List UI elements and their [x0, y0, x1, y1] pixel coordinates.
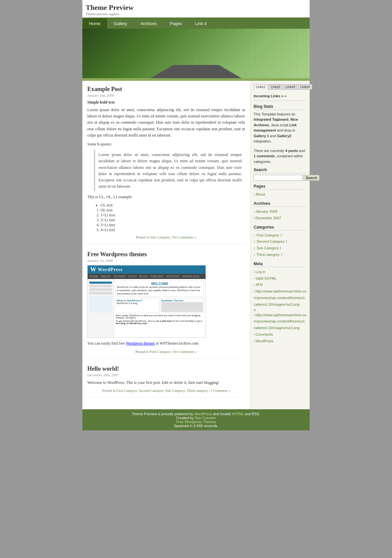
post-body-wp: You can easily find free Wordpress theme… — [87, 340, 245, 347]
wp-logo-text: WordPress — [98, 267, 123, 272]
post-blockquote: Lorem ipsum dolor sit amet, consectetur … — [94, 150, 245, 191]
nav-item-gallery[interactable]: Gallery — [107, 18, 134, 29]
post-title-wp: Free Wordpress themes — [87, 251, 245, 258]
pages-title: Pages — [254, 184, 306, 190]
ol-item-4: 4>Li text — [100, 228, 245, 232]
post-example: Example Post January 2nd, 2008 Simple bo… — [87, 86, 245, 244]
wp-welcome-box: WELCOME WordPress is a state-of-the-art … — [116, 281, 204, 296]
incoming-links-widget: Incoming Links » — [254, 93, 306, 101]
list-label: This is UL, OL, LI example: — [87, 194, 245, 200]
post-title-hello: Hello world! — [87, 365, 245, 372]
wp-nav-bar: HOME ABOUT EXTEND DOCS BLOG FORUMS HOSTI… — [88, 274, 206, 279]
meta-link-rss1[interactable]: http://www.wpthemesarchive.com/preview/w… — [254, 288, 306, 308]
wp-inner-image — [89, 296, 112, 313]
nav-link-archives[interactable]: Archives — [134, 18, 163, 29]
cat-link-sub[interactable]: Sub Category — [165, 388, 185, 392]
meta-link-comments[interactable]: Comments — [254, 331, 306, 338]
link-tab-1[interactable]: Links1 — [254, 84, 268, 90]
footer-themes-link[interactable]: Free Wordpress Themes — [176, 420, 216, 424]
footer-line2: Created by Dan Camarin — [85, 416, 307, 420]
meta-link-xhtml[interactable]: Valid XHTML — [254, 275, 306, 282]
categories-title: Categories — [254, 225, 306, 231]
footer-xhtml-link[interactable]: XHTML — [232, 412, 244, 416]
post-body-example: Lorem ipsum dolor sit amet, consectetur … — [87, 107, 245, 139]
nav-item-pages[interactable]: Pages — [163, 18, 189, 29]
list-demo: UL text OL text 1>Li text 2>Li text 3>Li… — [94, 203, 245, 232]
post-date-wp: January 1st, 2008 — [87, 259, 245, 263]
comment-link-hello[interactable]: 1 Comment » — [210, 388, 230, 392]
link-tab-4[interactable]: Links4 — [298, 84, 312, 90]
footer-line1: Theme Preview is proudly powered by Word… — [85, 412, 307, 416]
meta-link-login[interactable]: Log in — [254, 269, 306, 275]
site-title: Theme Preview — [86, 3, 306, 12]
search-widget: Search Search — [254, 168, 306, 181]
post-date-hello: December 26th, 2007 — [87, 373, 245, 377]
nav-link-gallery[interactable]: Gallery — [107, 18, 134, 29]
blog-stats-description: This Template features an integrated Tag… — [254, 111, 306, 144]
cat-sidebar-first[interactable]: First Category 2 — [254, 232, 306, 239]
page-link-about[interactable]: About — [254, 191, 306, 198]
no-comments-link-2[interactable]: No Comments » — [173, 350, 197, 354]
nav-link-link4[interactable]: Link 4 — [189, 18, 213, 29]
wp-inner-main: WELCOME WordPress is a state-of-the-art … — [114, 279, 206, 337]
nav-link-pages[interactable]: Pages — [163, 18, 189, 29]
meta-link-rss2[interactable]: http://www.wpthemesarchive.com/preview/w… — [254, 312, 306, 331]
cat-link-fc[interactable]: First Category — [116, 388, 137, 392]
wp-screenshot-header: W WordPress — [88, 265, 206, 274]
archives-widget: Archives January 2008 December 2007 — [254, 201, 306, 222]
cat-link-subcategory[interactable]: Sub Category — [150, 235, 170, 239]
categories-widget: Categories First Category 2 Second Categ… — [254, 225, 306, 258]
main-nav: Home Gallery Archives Pages Link 4 — [82, 18, 310, 29]
cat-link-firstcategory[interactable]: First Category — [150, 350, 171, 354]
post-footer-example: Posted in Sub Category | No Comments » — [87, 235, 245, 239]
wp-screenshot: W WordPress HOME ABOUT EXTEND DOCS BLOG … — [87, 265, 206, 338]
post-title-example: Example Post — [87, 86, 245, 93]
wp-screenshot-body: WELCOME WordPress is a state-of-the-art … — [88, 279, 206, 337]
blog-stats-title: Blog Stats — [254, 104, 306, 110]
footer-wp-link[interactable]: WordPress — [194, 412, 212, 416]
cat-sidebar-second[interactable]: Second Category 1 — [254, 238, 306, 245]
search-form: Search — [254, 175, 306, 181]
post-date-example: January 2nd, 2008 — [87, 93, 245, 97]
archive-link-dec2007[interactable]: December 2007 — [254, 215, 306, 222]
no-comments-link-1[interactable]: No Comments » — [173, 235, 196, 239]
cat-link-sc[interactable]: Second Category — [139, 388, 163, 392]
ol-item-2: 2>Li text — [100, 218, 245, 223]
cat-sidebar-sub[interactable]: Sub Category 2 — [254, 245, 306, 252]
site-footer: Theme Preview is proudly powered by Word… — [82, 409, 310, 430]
search-input[interactable] — [254, 175, 302, 181]
blog-stats-counts: There are currently 4 posts and 1 commen… — [254, 148, 306, 165]
meta-link-xfn[interactable]: XFN — [254, 282, 306, 288]
ol-item-3: 3>Li text — [100, 223, 245, 228]
site-tagline: Theme preview tagline — [86, 12, 306, 16]
cat-sidebar-third[interactable]: Third category 1 — [254, 252, 306, 258]
ol-item-1: 1>Li text — [100, 213, 245, 218]
link-tab-3[interactable]: Links3 — [283, 84, 297, 90]
wp-themes-link[interactable]: Wordpress themes — [126, 341, 155, 346]
nav-item-home[interactable]: Home — [82, 18, 107, 29]
link-tabs: Links1 Links2 Links3 Links4 — [254, 84, 306, 90]
site-banner — [82, 29, 310, 78]
cat-link-third[interactable]: Third category — [186, 388, 208, 392]
meta-widget: Meta Log in Valid XHTML XFN http://www.w… — [254, 262, 306, 345]
nav-item-link4[interactable]: Link 4 — [189, 18, 213, 29]
meta-link-wordpress[interactable]: WordPress — [254, 338, 306, 345]
nav-item-archives[interactable]: Archives — [134, 18, 163, 29]
post-bold-example: Simple bold text — [87, 100, 245, 105]
meta-arrow: > — [254, 308, 306, 312]
ul-item: UL text — [100, 203, 245, 208]
sidebar: Links1 Links2 Links3 Links4 Incoming Lin… — [250, 81, 310, 409]
post-wp-themes: Free Wordpress themes January 1st, 2008 … — [87, 251, 245, 358]
pages-widget: Pages About — [254, 184, 306, 198]
search-button[interactable]: Search — [303, 175, 320, 181]
nav-link-home[interactable]: Home — [82, 18, 107, 29]
main-content: Example Post January 2nd, 2008 Simple bo… — [82, 81, 250, 409]
post-footer-hello: Posted in First Category, Second Categor… — [87, 388, 245, 392]
meta-title: Meta — [254, 262, 306, 267]
footer-author-link[interactable]: Dan Camarin — [195, 416, 216, 420]
archive-link-jan2008[interactable]: January 2008 — [254, 208, 306, 215]
banner-stripe — [82, 78, 310, 81]
incoming-links-link[interactable]: Incoming Links » — [254, 93, 306, 101]
link-tabs-widget: Links1 Links2 Links3 Links4 — [254, 84, 306, 90]
link-tab-2[interactable]: Links2 — [268, 84, 283, 90]
